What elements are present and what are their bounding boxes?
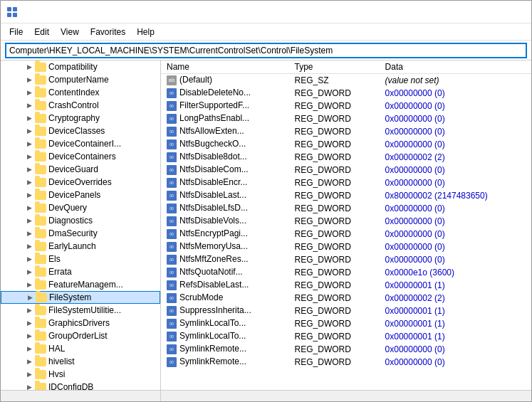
tree-expander-icon[interactable]: ▶ bbox=[24, 305, 35, 316]
tree-expander-icon[interactable]: ▶ bbox=[24, 112, 35, 124]
table-row[interactable]: 00NtfsQuotaNotif...REG_DWORD0x0000e1o (3… bbox=[161, 266, 531, 279]
cell-name: 00NtfsAllowExten... bbox=[161, 125, 289, 138]
table-row[interactable]: 00NtfsDisableEncr...REG_DWORD0x00000000 … bbox=[161, 176, 531, 189]
tree-expander-icon[interactable]: ▶ bbox=[24, 189, 35, 201]
menu-help[interactable]: Help bbox=[131, 26, 160, 38]
tree-item-label: Els bbox=[48, 254, 61, 264]
tree-item[interactable]: ▶Els bbox=[1, 253, 160, 265]
table-row[interactable]: 00NtfsMemoryUsa...REG_DWORD0x00000000 (0… bbox=[161, 240, 531, 253]
tree-item[interactable]: ▶ComputerName bbox=[1, 73, 160, 86]
tree-expander-icon[interactable]: ▶ bbox=[24, 215, 35, 226]
tree-expander-icon[interactable]: ▶ bbox=[24, 343, 35, 354]
minimize-button[interactable] bbox=[427, 2, 460, 22]
tree-item[interactable]: ▶DeviceClasses bbox=[1, 125, 160, 137]
table-row[interactable]: 00DisableDeleteNo...REG_DWORD0x00000000 … bbox=[161, 87, 531, 100]
tree-expander-icon[interactable]: ▶ bbox=[24, 61, 35, 73]
tree-expander-icon[interactable]: ▶ bbox=[24, 202, 35, 213]
tree-item[interactable]: ▶HAL bbox=[1, 342, 160, 355]
tree-item[interactable]: ▶DeviceContainerI... bbox=[1, 137, 160, 150]
tree-item[interactable]: ▶GraphicsDrivers bbox=[1, 317, 160, 329]
close-button[interactable] bbox=[493, 2, 526, 22]
cell-type: REG_DWORD bbox=[289, 253, 380, 266]
table-row[interactable]: 00SymlinkRemote...REG_DWORD0x00000000 (0… bbox=[161, 343, 531, 356]
menu-favorites[interactable]: Favorites bbox=[85, 26, 131, 38]
table-row[interactable]: 00FilterSupportedF...REG_DWORD0x00000000… bbox=[161, 100, 531, 112]
table-row[interactable]: 00SuppressInherita...REG_DWORD0x00000001… bbox=[161, 305, 531, 317]
tree-item[interactable]: ▶FileSystemUtilitie... bbox=[1, 304, 160, 317]
table-row[interactable]: 00NtfsBugcheckO...REG_DWORD0x00000000 (0… bbox=[161, 138, 531, 151]
tree-expander-icon[interactable]: ▶ bbox=[24, 74, 35, 85]
table-row[interactable]: 00NtfsAllowExten...REG_DWORD0x00000000 (… bbox=[161, 125, 531, 138]
tree-item[interactable]: ▶FeatureManagem... bbox=[1, 278, 160, 291]
tree-expander-icon[interactable]: ▶ bbox=[24, 87, 35, 98]
menu-edit[interactable]: Edit bbox=[28, 26, 55, 38]
table-row[interactable]: ab(Default)REG_SZ(value not set) bbox=[161, 74, 531, 87]
table-row[interactable]: 00SymlinkLocalTo...REG_DWORD0x00000001 (… bbox=[161, 330, 531, 343]
table-row[interactable]: 00NtfsDisableLast...REG_DWORD0x80000002 … bbox=[161, 189, 531, 202]
detail-scrollbar[interactable] bbox=[161, 391, 531, 401]
menu-view[interactable]: View bbox=[55, 26, 85, 38]
address-input[interactable] bbox=[5, 43, 527, 58]
tree-item[interactable]: ▶hivelist bbox=[1, 355, 160, 368]
tree-expander-icon[interactable]: ▶ bbox=[24, 151, 35, 162]
table-row[interactable]: 00RefsDisableLast...REG_DWORD0x00000001 … bbox=[161, 279, 531, 292]
tree-item[interactable]: ▶EarlyLaunch bbox=[1, 240, 160, 253]
tree-expander-icon[interactable]: ▶ bbox=[24, 356, 35, 367]
tree-item[interactable]: ▶Hvsi bbox=[1, 368, 160, 381]
tree-item[interactable]: ▶ContentIndex bbox=[1, 86, 160, 99]
table-row[interactable]: 00NtfsMftZoneRes...REG_DWORD0x00000000 (… bbox=[161, 253, 531, 266]
tree-item[interactable]: ▶IDConfigDB bbox=[1, 381, 160, 390]
tree-expander-icon[interactable]: ▶ bbox=[24, 292, 36, 303]
tree-item[interactable]: ▶DmaSecurity bbox=[1, 227, 160, 240]
menu-file[interactable]: File bbox=[4, 26, 28, 38]
tree-expander-icon[interactable]: ▶ bbox=[24, 330, 35, 342]
tree-item[interactable]: ▶CrashControl bbox=[1, 99, 160, 112]
cell-data: (value not set) bbox=[380, 74, 531, 87]
bottom-scrollbar[interactable] bbox=[1, 390, 531, 401]
tree-expander-icon[interactable]: ▶ bbox=[24, 253, 35, 265]
table-row[interactable]: 00NtfsDisableLfsD...REG_DWORD0x00000000 … bbox=[161, 202, 531, 215]
cell-type: REG_DWORD bbox=[289, 343, 380, 356]
table-row[interactable]: 00LongPathsEnabl...REG_DWORD0x00000000 (… bbox=[161, 112, 531, 125]
table-row[interactable]: 00ScrubModeREG_DWORD0x00000002 (2) bbox=[161, 292, 531, 305]
tree-expander-icon[interactable]: ▶ bbox=[24, 369, 35, 380]
table-row[interactable]: 00NtfsDisableCom...REG_DWORD0x00000000 (… bbox=[161, 164, 531, 176]
tree-item[interactable]: ▶Cryptography bbox=[1, 112, 160, 125]
detail-panel[interactable]: Name Type Data ab(Default)REG_SZ(value n… bbox=[161, 60, 531, 390]
table-row[interactable]: 00NtfsDisableVols...REG_DWORD0x00000000 … bbox=[161, 215, 531, 228]
reg-dword-icon: 00 bbox=[167, 280, 177, 290]
tree-item[interactable]: ▶DeviceOverrides bbox=[1, 176, 160, 189]
tree-expander-icon[interactable]: ▶ bbox=[24, 240, 35, 252]
tree-expander-icon[interactable]: ▶ bbox=[24, 100, 35, 111]
tree-expander-icon[interactable]: ▶ bbox=[24, 317, 35, 329]
tree-expander-icon[interactable]: ▶ bbox=[24, 164, 35, 175]
cell-name: 00NtfsDisableVols... bbox=[161, 215, 289, 228]
table-row[interactable]: 00NtfsEncryptPagi...REG_DWORD0x00000000 … bbox=[161, 228, 531, 240]
maximize-button[interactable] bbox=[460, 2, 493, 22]
tree-item[interactable]: ▶DeviceContainers bbox=[1, 150, 160, 163]
tree-item[interactable]: ▶GroupOrderList bbox=[1, 329, 160, 342]
tree-item[interactable]: ▶Errata bbox=[1, 265, 160, 278]
tree-scrollbar[interactable] bbox=[1, 391, 161, 401]
col-name[interactable]: Name bbox=[161, 60, 289, 74]
tree-item[interactable]: ▶DevQuery bbox=[1, 201, 160, 214]
svg-rect-0 bbox=[7, 7, 11, 11]
tree-item[interactable]: ▶DevicePanels bbox=[1, 189, 160, 201]
tree-panel[interactable]: ▶Compatibility▶ComputerName▶ContentIndex… bbox=[1, 60, 161, 390]
tree-expander-icon[interactable]: ▶ bbox=[24, 266, 35, 277]
table-row[interactable]: 00NtfsDisable8dot...REG_DWORD0x00000002 … bbox=[161, 151, 531, 164]
table-row[interactable]: 00SymlinkLocalTo...REG_DWORD0x00000001 (… bbox=[161, 317, 531, 330]
tree-expander-icon[interactable]: ▶ bbox=[24, 176, 35, 188]
col-type[interactable]: Type bbox=[289, 60, 380, 74]
tree-item[interactable]: ▶DeviceGuard bbox=[1, 163, 160, 176]
tree-expander-icon[interactable]: ▶ bbox=[24, 228, 35, 239]
tree-expander-icon[interactable]: ▶ bbox=[24, 138, 35, 149]
tree-item[interactable]: ▶Compatibility bbox=[1, 60, 160, 73]
tree-item[interactable]: ▶Diagnostics bbox=[1, 214, 160, 227]
col-data[interactable]: Data bbox=[380, 60, 531, 74]
tree-expander-icon[interactable]: ▶ bbox=[24, 279, 35, 290]
tree-expander-icon[interactable]: ▶ bbox=[24, 381, 35, 390]
tree-item[interactable]: ▶FileSystem bbox=[1, 291, 160, 304]
table-row[interactable]: 00SymlinkRemote...REG_DWORD0x00000000 (0… bbox=[161, 356, 531, 369]
tree-expander-icon[interactable]: ▶ bbox=[24, 125, 35, 137]
